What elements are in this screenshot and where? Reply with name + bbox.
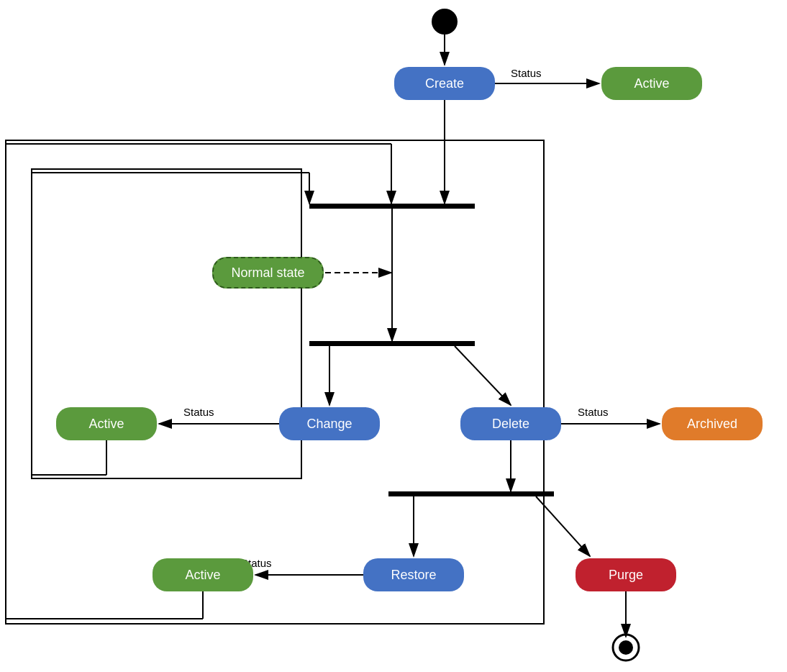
sync-bar-2: [309, 341, 475, 346]
normal-state-node: Normal state: [212, 257, 324, 289]
status-label-delete-archived: Status: [578, 406, 609, 418]
active-top-label: Active: [634, 76, 669, 91]
archived-node: Archived: [662, 407, 763, 440]
create-label: Create: [425, 76, 464, 91]
sync-bar-3: [388, 491, 554, 496]
purge-label: Purge: [609, 568, 643, 583]
outer-frame: [6, 140, 544, 624]
change-node: Change: [279, 407, 380, 440]
purge-node: Purge: [576, 558, 676, 591]
active-bot-label: Active: [185, 568, 220, 583]
status-label-change-active: Status: [183, 406, 214, 418]
sync-bar-1: [309, 204, 475, 209]
create-node: Create: [394, 67, 495, 100]
normal-state-label: Normal state: [231, 265, 304, 281]
initial-state: [432, 9, 458, 35]
arrow-bar2-delete: [455, 346, 511, 405]
change-label: Change: [306, 417, 352, 432]
restore-label: Restore: [391, 568, 436, 583]
active-mid-node: Active: [56, 407, 157, 440]
active-bot-node: Active: [153, 558, 253, 591]
final-state-inner: [619, 640, 633, 655]
restore-node: Restore: [363, 558, 464, 591]
status-label-create-active: Status: [511, 67, 542, 79]
delete-label: Delete: [492, 417, 529, 432]
archived-label: Archived: [687, 417, 737, 432]
active-top-node: Active: [601, 67, 702, 100]
active-mid-label: Active: [88, 417, 124, 432]
delete-node: Delete: [460, 407, 561, 440]
